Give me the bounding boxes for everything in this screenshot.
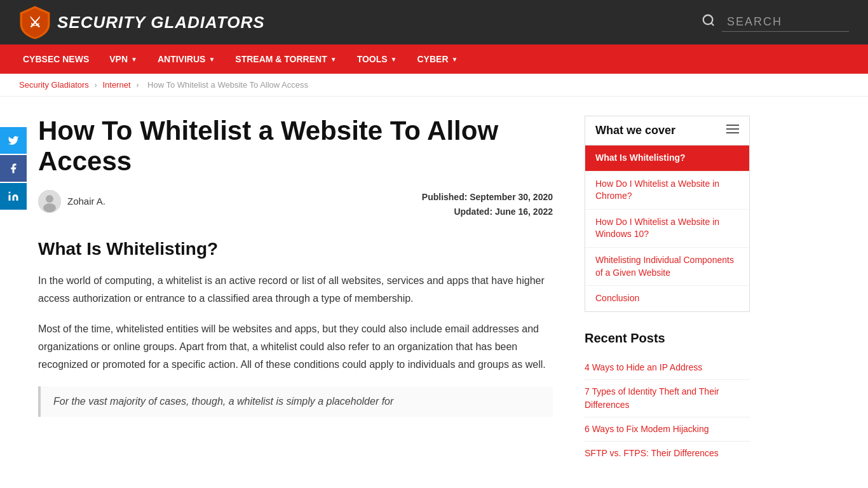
search-input[interactable] xyxy=(722,13,849,32)
recent-post-0[interactable]: 4 Ways to Hide an IP Address xyxy=(585,356,750,380)
twitter-share-button[interactable] xyxy=(0,127,27,154)
chevron-down-icon: ▼ xyxy=(452,56,458,63)
breadcrumb: Security Gladiators › Internet › How To … xyxy=(0,74,868,97)
article-blockquote: For the vast majority of cases, though, … xyxy=(38,386,553,417)
breadcrumb-current: How To Whitelist a Website To Allow Acce… xyxy=(147,80,308,90)
article-para-1: In the world of computing, a whitelist i… xyxy=(38,272,553,308)
toc-header: What we cover xyxy=(585,116,749,146)
published-date: Published: September 30, 2020 xyxy=(422,190,553,205)
svg-point-5 xyxy=(46,195,53,203)
nav-item-tools[interactable]: TOOLS ▼ xyxy=(347,44,407,74)
chevron-down-icon: ▼ xyxy=(208,56,215,63)
toc-title: What we cover xyxy=(595,124,675,137)
linkedin-share-button[interactable] xyxy=(0,183,27,210)
toc-box: What we cover What Is Whitelisting? How … xyxy=(585,116,750,312)
toc-link-4[interactable]: Conclusion xyxy=(585,286,749,311)
list-icon xyxy=(726,124,739,137)
search-icon xyxy=(702,13,715,31)
nav-item-vpn[interactable]: VPN ▼ xyxy=(99,44,147,74)
recent-post-link-2[interactable]: 6 Ways to Fix Modem Hijacking xyxy=(585,424,709,434)
svg-point-6 xyxy=(43,203,56,212)
recent-post-link-3[interactable]: SFTP vs. FTPS: Their Differences xyxy=(585,448,719,458)
main-nav: CYBSEC NEWS VPN ▼ ANTIVIRUS ▼ STREAM & T… xyxy=(0,44,868,74)
svg-line-3 xyxy=(711,23,714,25)
article-para-2: Most of the time, whitelisted entities w… xyxy=(38,320,553,374)
toc-link-3[interactable]: Whitelisting Individual Components of a … xyxy=(585,248,749,286)
nav-item-antivirus[interactable]: ANTIVIRUS ▼ xyxy=(147,44,225,74)
article-title: How To Whitelist a Website To Allow Acce… xyxy=(38,116,553,177)
recent-post-1[interactable]: 7 Types of Identity Theft and Their Diff… xyxy=(585,380,750,417)
site-name: SECURITY GLADIATORS xyxy=(57,13,265,32)
main-content: How To Whitelist a Website To Allow Acce… xyxy=(0,97,572,484)
svg-text:⚔: ⚔ xyxy=(29,15,41,30)
breadcrumb-home[interactable]: Security Gladiators xyxy=(19,80,89,90)
section-heading-whitelisting: What Is Whitelisting? xyxy=(38,239,553,259)
toc-link-1[interactable]: How Do I Whitelist a Website in Chrome? xyxy=(585,172,749,210)
logo-shield-icon: ⚔ xyxy=(19,5,51,40)
recent-post-link-0[interactable]: 4 Ways to Hide an IP Address xyxy=(585,362,702,372)
svg-point-0 xyxy=(9,192,11,194)
toc-item-4[interactable]: Conclusion xyxy=(585,286,749,311)
author-avatar xyxy=(38,190,61,213)
toc-item-1[interactable]: How Do I Whitelist a Website in Chrome? xyxy=(585,172,749,210)
right-sidebar: What we cover What Is Whitelisting? How … xyxy=(572,97,763,484)
recent-post-link-1[interactable]: 7 Types of Identity Theft and Their Diff… xyxy=(585,386,719,410)
svg-point-2 xyxy=(703,15,713,25)
toc-link-0[interactable]: What Is Whitelisting? xyxy=(585,146,749,172)
toc-link-2[interactable]: How Do I Whitelist a Website in Windows … xyxy=(585,210,749,248)
facebook-share-button[interactable] xyxy=(0,155,27,182)
updated-date: Updated: June 16, 2022 xyxy=(422,205,553,220)
blockquote-text: For the vast majority of cases, though, … xyxy=(53,393,540,410)
breadcrumb-internet[interactable]: Internet xyxy=(102,80,130,90)
chevron-down-icon: ▼ xyxy=(391,56,397,63)
chevron-down-icon: ▼ xyxy=(131,56,137,63)
nav-item-stream[interactable]: STREAM & TORRENT ▼ xyxy=(225,44,346,74)
toc-item-0[interactable]: What Is Whitelisting? xyxy=(585,146,749,172)
recent-posts-title: Recent Posts xyxy=(585,331,750,346)
toc-item-3[interactable]: Whitelisting Individual Components of a … xyxy=(585,248,749,286)
recent-posts-section: Recent Posts 4 Ways to Hide an IP Addres… xyxy=(585,331,750,465)
recent-post-3[interactable]: SFTP vs. FTPS: Their Differences xyxy=(585,442,750,465)
toc-list: What Is Whitelisting? How Do I Whitelist… xyxy=(585,146,749,311)
article-meta: Zohair A. Published: September 30, 2020 … xyxy=(38,190,553,220)
breadcrumb-separator: › xyxy=(94,80,97,90)
chevron-down-icon: ▼ xyxy=(330,56,337,63)
nav-item-cybsec[interactable]: CYBSEC NEWS xyxy=(13,44,99,74)
logo-area[interactable]: ⚔ SECURITY GLADIATORS xyxy=(19,5,265,40)
search-area[interactable] xyxy=(702,13,849,32)
author-area: Zohair A. xyxy=(38,190,105,213)
site-header: ⚔ SECURITY GLADIATORS xyxy=(0,0,868,44)
recent-post-2[interactable]: 6 Ways to Fix Modem Hijacking xyxy=(585,417,750,442)
breadcrumb-separator: › xyxy=(136,80,139,90)
article-dates: Published: September 30, 2020 Updated: J… xyxy=(422,190,553,220)
social-sidebar xyxy=(0,127,27,210)
author-name: Zohair A. xyxy=(67,196,105,207)
toc-item-2[interactable]: How Do I Whitelist a Website in Windows … xyxy=(585,210,749,248)
page-container: How To Whitelist a Website To Allow Acce… xyxy=(0,97,868,484)
nav-item-cyber[interactable]: CYBER ▼ xyxy=(407,44,468,74)
